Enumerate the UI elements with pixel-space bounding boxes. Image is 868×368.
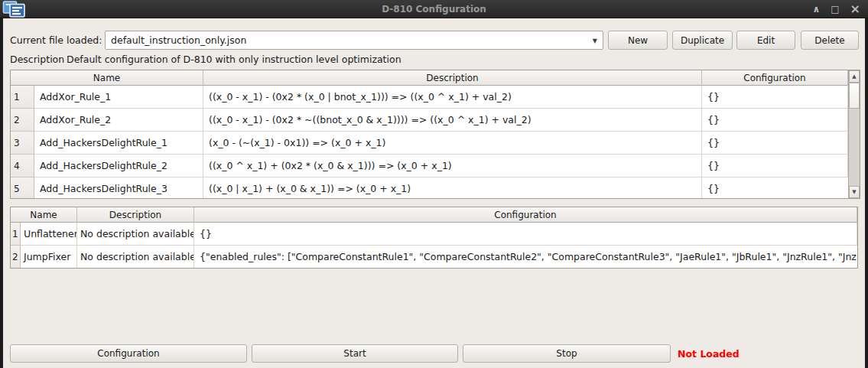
stop-button[interactable]: Stop <box>463 344 671 363</box>
delete-button[interactable]: Delete <box>801 31 859 50</box>
edit-button[interactable]: Edit <box>736 31 795 50</box>
rules-header-configuration[interactable]: Configuration <box>702 70 848 86</box>
file-select-value: default_instruction_only.json <box>111 34 246 46</box>
new-button[interactable]: New <box>608 31 668 50</box>
row-number[interactable]: 2 <box>11 246 21 269</box>
rule-description[interactable]: ((x_0 - x_1) - (0x2 * (x_0 | bnot_x_1)))… <box>203 86 702 109</box>
status-badge: Not Loaded <box>678 348 740 360</box>
rule-configuration[interactable]: {} <box>702 109 848 132</box>
block-configuration[interactable]: {} <box>194 223 857 246</box>
row-number[interactable]: 4 <box>11 155 34 177</box>
row-number[interactable]: 1 <box>11 223 21 246</box>
block-name[interactable]: Unflattener <box>21 223 77 246</box>
row-number[interactable]: 2 <box>11 109 34 132</box>
rule-description[interactable]: ((x_0 - x_1) - (0x2 * ~((bnot_x_0 & x_1)… <box>203 109 702 132</box>
maximize-icon[interactable]: □ <box>831 0 839 18</box>
blocks-header-name[interactable]: Name <box>11 207 77 223</box>
rules-header-description[interactable]: Description <box>203 70 702 86</box>
rule-name[interactable]: Add_HackersDelightRule_2 <box>34 155 203 177</box>
scrollbar-thumb[interactable] <box>849 83 860 109</box>
row-number[interactable]: 3 <box>11 132 34 155</box>
start-button[interactable]: Start <box>252 344 458 363</box>
rule-configuration[interactable]: {} <box>702 177 848 199</box>
block-description[interactable]: No description available <box>77 223 194 246</box>
rule-description[interactable]: ((x_0 | x_1) + (x_0 & x_1)) => (x_0 + x_… <box>203 177 702 199</box>
rule-description[interactable]: ((x_0 ^ x_1) + (0x2 * (x_0 & x_1))) => (… <box>203 155 702 177</box>
rule-name[interactable]: Add_HackersDelightRule_3 <box>34 177 203 199</box>
duplicate-button[interactable]: Duplicate <box>672 31 733 50</box>
close-icon[interactable]: × <box>850 0 860 18</box>
rule-name[interactable]: AddXor_Rule_2 <box>34 109 203 132</box>
description-value: Default configuration of D-810 with only… <box>67 54 401 65</box>
row-number[interactable]: 5 <box>11 177 34 199</box>
window-controls: ∧ □ × <box>813 0 861 18</box>
blocks-header-configuration[interactable]: Configuration <box>194 207 857 223</box>
description-label: Description <box>10 54 64 65</box>
window-title: D-810 Configuration <box>0 4 868 15</box>
window-border-right <box>865 18 868 368</box>
scroll-up-icon[interactable]: ▲ <box>849 70 860 83</box>
row-number[interactable]: 1 <box>11 86 34 109</box>
rule-configuration[interactable]: {} <box>702 132 848 155</box>
minimize-icon[interactable]: ∧ <box>813 0 821 18</box>
rule-configuration[interactable]: {} <box>702 155 848 177</box>
file-select[interactable]: default_instruction_only.json ▼ <box>105 31 603 50</box>
block-configuration[interactable]: {"enabled_rules": ["CompareConstantRule1… <box>194 246 857 269</box>
configuration-button[interactable]: Configuration <box>10 344 247 363</box>
chevron-down-icon: ▼ <box>593 37 597 44</box>
blocks-header-description[interactable]: Description <box>77 207 194 223</box>
d810-configuration-window: D-810 Configuration ∧ □ × Current file l… <box>0 0 868 368</box>
block-name[interactable]: JumpFixer <box>21 246 77 269</box>
scroll-down-icon[interactable]: ▼ <box>849 186 860 198</box>
rule-name[interactable]: Add_HackersDelightRule_1 <box>34 132 203 155</box>
title-bar: D-810 Configuration ∧ □ × <box>0 0 868 18</box>
rule-name[interactable]: AddXor_Rule_1 <box>34 86 203 109</box>
rule-description[interactable]: (x_0 - (~(x_1) - 0x1)) => (x_0 + x_1) <box>203 132 702 155</box>
instruction-rules-table: Name Description Configuration 1 AddXor_… <box>10 70 860 199</box>
window-border-left <box>0 18 3 368</box>
rule-configuration[interactable]: {} <box>702 86 848 109</box>
block-description[interactable]: No description available <box>77 246 194 269</box>
rules-table-scrollbar[interactable]: ▲ ▼ <box>848 70 860 198</box>
current-file-label: Current file loaded: <box>10 34 102 46</box>
rules-header-name[interactable]: Name <box>11 70 203 86</box>
block-optimizers-table: Name Description Configuration 1 Unflatt… <box>10 207 858 269</box>
